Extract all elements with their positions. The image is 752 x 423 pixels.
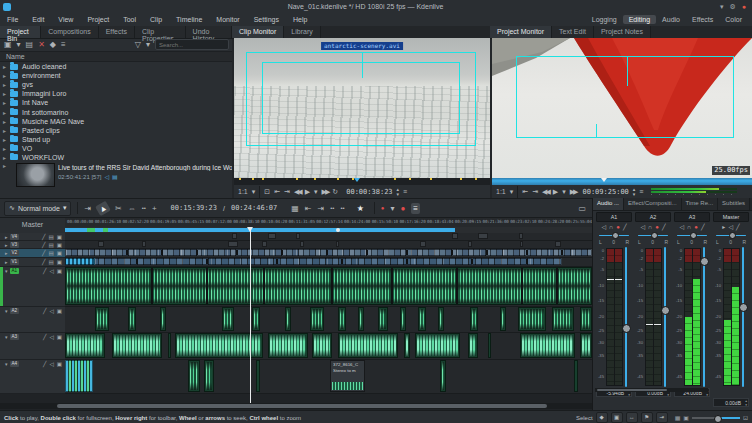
spin-down-icon[interactable]: ▾ xyxy=(745,403,747,407)
audio-clip[interactable] xyxy=(252,307,260,331)
film-icon[interactable]: ▤ xyxy=(48,259,53,266)
audio-clip[interactable] xyxy=(338,333,398,358)
audio-clip[interactable] xyxy=(400,307,406,331)
spacer-tool-icon[interactable]: ⇔ xyxy=(128,204,136,213)
monitor-menu-icon[interactable]: ≡ xyxy=(403,188,407,195)
caret-right-icon[interactable]: ▸ xyxy=(5,259,8,266)
audio-clip-strip[interactable] xyxy=(65,267,592,305)
fader-knob[interactable] xyxy=(739,303,748,312)
solo-icon[interactable]: ∩ xyxy=(609,224,613,230)
timeline-zoom-slider[interactable] xyxy=(692,413,740,422)
dots-icon[interactable]: •• xyxy=(330,204,334,213)
audio-clip[interactable] xyxy=(256,360,260,392)
tab-project-monitor[interactable]: Project Monitor xyxy=(490,26,552,38)
bin-folder-row[interactable]: ▸Audio cleaned xyxy=(0,62,232,71)
track-header-v3[interactable]: ▸V3╱▤▣ xyxy=(0,241,65,249)
track-header-a2[interactable]: ▾A2╱◁▣ xyxy=(0,307,65,333)
bin-folder-row[interactable]: ▸WORKFLOW xyxy=(0,153,232,162)
track-header-a4[interactable]: ▾A4╱◁▣ xyxy=(0,360,65,394)
timeline-scrollbar[interactable] xyxy=(0,403,592,409)
track-header-v4[interactable]: ▸V4╱▤▣ xyxy=(0,233,65,241)
timecode-spinner-icon[interactable]: ▴▾ xyxy=(397,187,400,197)
play-dropdown-icon[interactable]: ▾ xyxy=(314,188,318,196)
tab-effects[interactable]: Effects xyxy=(99,26,135,38)
speaker-icon[interactable]: ◁ xyxy=(49,334,53,341)
insert-mode-button[interactable]: ⇥ xyxy=(656,412,668,423)
monitor-zoom-level[interactable]: 1:1 xyxy=(496,188,506,195)
forward-icon[interactable]: ▶▶ xyxy=(570,188,577,196)
fit-zoom-icon[interactable]: ⊡ xyxy=(264,188,270,196)
menu-tool[interactable]: Tool xyxy=(116,16,143,23)
play-dropdown-icon[interactable]: ▾ xyxy=(562,188,566,196)
bin-folder-row[interactable]: ▸Int Nave xyxy=(0,98,232,107)
audio-clip[interactable] xyxy=(268,333,308,358)
caret-right-icon[interactable]: ▸ xyxy=(5,242,8,249)
clip-monitor-ruler[interactable] xyxy=(234,178,490,185)
audio-clip[interactable] xyxy=(552,307,574,331)
volume-fader[interactable] xyxy=(625,247,627,387)
pan-knob[interactable] xyxy=(651,232,658,239)
fader-knob[interactable] xyxy=(661,306,670,315)
menu-file[interactable]: File xyxy=(0,16,25,23)
search-input[interactable] xyxy=(155,39,229,50)
selection-tool-icon[interactable]: ▲ xyxy=(95,200,111,215)
menu-settings[interactable]: Settings xyxy=(247,16,286,23)
edit-track-icon[interactable]: ╱ xyxy=(43,361,46,368)
video-clip-strip[interactable] xyxy=(65,249,592,256)
video-clip[interactable] xyxy=(232,233,237,239)
workspace-logging[interactable]: Logging xyxy=(586,15,623,24)
project-monitor-timecode[interactable]: 00:09:25:00 xyxy=(582,188,628,196)
clip-monitor-timecode[interactable]: 00:00:38:23 xyxy=(346,188,392,196)
timecode-spinner-icon[interactable]: ▴▾ xyxy=(633,187,636,197)
video-clip[interactable] xyxy=(65,258,95,265)
track-lane-v1[interactable] xyxy=(65,258,592,267)
insert-tool-icon[interactable]: + xyxy=(152,204,157,213)
pan-slider[interactable] xyxy=(638,231,668,239)
master-track-label[interactable]: Master xyxy=(0,218,65,234)
edit-icon[interactable]: ╱ xyxy=(736,223,740,230)
audio-clip[interactable] xyxy=(580,333,592,358)
volume-fader[interactable] xyxy=(664,247,666,387)
audio-clip[interactable] xyxy=(222,307,234,331)
tab-undo-history[interactable]: Undo History xyxy=(186,26,232,38)
project-monitor-video[interactable]: 25.00fps xyxy=(492,38,752,178)
caret-right-icon[interactable]: ▸ xyxy=(5,250,8,257)
video-clip[interactable] xyxy=(98,241,104,247)
show-thumbnails-icon[interactable]: ▦ xyxy=(675,414,681,421)
audio-clip[interactable] xyxy=(168,333,171,358)
audio-clip[interactable] xyxy=(500,307,506,331)
record-dropdown-icon[interactable]: ▾ xyxy=(390,204,394,213)
audio-clip[interactable] xyxy=(440,360,446,392)
volume-value[interactable]: 0.00dB▴▾ xyxy=(713,398,749,407)
filter-dropdown-icon[interactable]: ▾ xyxy=(146,41,150,49)
record-options-icon[interactable]: ● xyxy=(381,204,385,213)
dots-icon[interactable]: •• xyxy=(340,204,344,213)
menu-clip[interactable]: Clip xyxy=(143,16,169,23)
video-clip[interactable] xyxy=(336,241,339,247)
volume-fader[interactable] xyxy=(703,247,705,387)
audio-clip[interactable] xyxy=(358,307,364,331)
mix-clips-icon[interactable]: ⇥ xyxy=(84,204,91,213)
audio-clip[interactable] xyxy=(112,333,162,358)
caret-right-icon[interactable]: ▸ xyxy=(3,109,10,116)
mixer-scrollbar[interactable] xyxy=(595,388,708,392)
monitor-zoom-level[interactable]: 1:1 xyxy=(238,188,248,195)
loop-zone-icon[interactable]: ↻ xyxy=(332,188,338,196)
zone-out-icon[interactable]: ⇥ xyxy=(532,188,538,196)
rewind-icon[interactable]: ◀◀ xyxy=(542,188,549,196)
audio-clip[interactable] xyxy=(580,307,592,331)
video-clip-strip[interactable] xyxy=(65,258,562,265)
zone-in-icon[interactable]: ⇤ xyxy=(274,188,280,196)
tab-clip-properties[interactable]: Clip Properties xyxy=(135,26,186,38)
tab-project-notes[interactable]: Project Notes xyxy=(594,26,651,38)
audio-clip[interactable] xyxy=(65,360,93,392)
track-lane-v3[interactable] xyxy=(65,241,592,249)
edit-track-icon[interactable]: ╱ xyxy=(43,308,46,315)
audio-clip[interactable] xyxy=(204,360,214,392)
audio-clip[interactable] xyxy=(95,307,109,331)
caret-right-icon[interactable]: ▸ xyxy=(3,99,10,106)
audio-clip[interactable] xyxy=(574,360,578,392)
thumbnails-icon[interactable]: ▦ xyxy=(291,204,299,213)
show-markers-icon[interactable]: ▣ xyxy=(683,414,689,421)
view-mode-icon[interactable]: ≡ xyxy=(61,41,66,49)
